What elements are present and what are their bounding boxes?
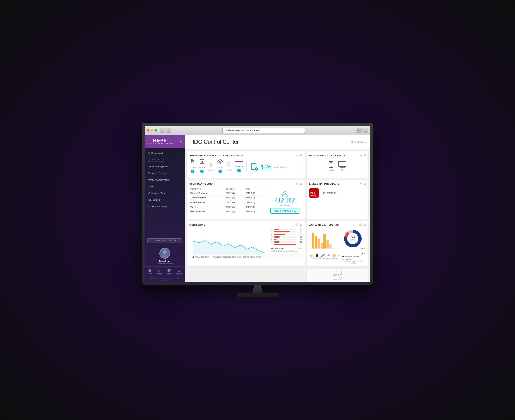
monitor-stand [142, 285, 373, 297]
edit-icon[interactable]: ✏ [360, 182, 362, 185]
auth-method-6-digit-pin: 6 Digit Pin ✓ [235, 159, 243, 172]
svg-rect-50 [333, 271, 337, 275]
sidebar-item-call-centers[interactable]: Call Centers [145, 197, 185, 203]
back-button[interactable]: ‹ [160, 128, 165, 133]
add-icon[interactable]: ⊞ [364, 223, 366, 226]
face-id-check: ✓ [200, 170, 204, 173]
pin-check: ✓ [237, 169, 241, 172]
sidebar-item-partners-contractors[interactable]: Partners & Contractors [145, 177, 185, 183]
ping-logo: Ping Identity [309, 188, 319, 198]
svg-rect-39 [320, 243, 323, 249]
sidebar-item-atm-app[interactable]: ATM App [145, 183, 185, 190]
address-bar[interactable]: ⚡ HYPR — FIDO Control Center [222, 128, 305, 133]
svg-rect-42 [329, 244, 331, 249]
gear-icon: ⚙ [351, 141, 353, 143]
table-row[interactable]: Mark Kerkedze 5/4/17 (7) 5/4/17 (2) [189, 209, 265, 214]
add-icon[interactable]: ⊞ [300, 223, 302, 226]
audit-icon: 📋 [148, 269, 152, 272]
edit-icon[interactable]: ✏ [296, 154, 298, 157]
svg-text:Identity: Identity [310, 195, 316, 197]
weekly-total: 329 [298, 247, 302, 249]
svg-rect-37 [315, 236, 317, 249]
expand-icon[interactable]: ⬜ [359, 223, 362, 226]
add-icon[interactable]: ⊞ [364, 154, 366, 157]
add-widgets-icon [333, 271, 342, 281]
svg-point-16 [241, 161, 243, 162]
copyright: COPYRIGHT © 2017 HYPR CORP ALL RIGHTS RE… [145, 277, 185, 282]
support-link[interactable]: 💬 Support [166, 269, 173, 275]
svg-point-13 [237, 161, 238, 162]
svg-point-5 [201, 161, 202, 162]
donut-chart: 78% Success 11.5% 10.5% [342, 228, 366, 264]
audit-link[interactable]: 📋 Audit [148, 269, 152, 275]
sidebar-item-wealth-management[interactable]: Wealth Management [145, 163, 185, 170]
bar-chart: 👆 📱 🎤 👁 ✋ ••• Most Used Biometric Authen… [309, 228, 340, 264]
user-management-card: User Management ⬇ ⬜ ⊞ [187, 180, 305, 219]
maximize-button[interactable] [154, 129, 157, 132]
add-application-button[interactable]: + + ADD APPLICATION [147, 238, 182, 243]
table-row[interactable]: Yin Kim 5/4/17 (7) 5/4/17 (2) [189, 205, 265, 209]
hypr-logo: H▶PR FIDO CONTROL CENTER [147, 138, 173, 145]
channel-icons: Mobile [309, 159, 366, 173]
new-tab-button[interactable]: + [363, 128, 368, 133]
forward-button[interactable]: › [166, 128, 171, 133]
sidebar-item-employee-access[interactable]: Employee Access [145, 170, 185, 177]
linked-idp-card: Linked IdP Providers ✏ ⊞ [307, 180, 368, 219]
svg-point-2 [162, 255, 168, 259]
table-row[interactable]: Joshua Content 5/4/17 (7) 5/4/17 (2) [189, 196, 265, 200]
user-role: Master Administrator [156, 262, 173, 264]
traffic-lights [147, 129, 157, 132]
edit-icon[interactable]: ✏ [360, 154, 362, 157]
chart-label: Unauthorized Authentication Attempts [189, 256, 269, 258]
add-icon[interactable]: ⊞ [364, 182, 366, 185]
sidebar-item-consumer-banking[interactable]: Consumer Banking [145, 203, 185, 210]
active-users-count: 412,182 [274, 197, 295, 204]
svg-rect-52 [333, 276, 337, 279]
svg-point-23 [256, 169, 257, 170]
settings-link[interactable]: ⚙ Settings [156, 269, 162, 275]
hand-icon: ✋ [332, 254, 336, 257]
logo-subtitle: FIDO CONTROL CENTER [147, 143, 173, 145]
download-icon[interactable]: ⬇ [292, 223, 294, 226]
close-button[interactable] [147, 129, 149, 132]
svg-point-12 [235, 161, 237, 162]
active-users-label: active users [280, 204, 290, 206]
active-policies-count: 126 [261, 163, 272, 171]
auth-method-voice-id: Voice ID [208, 161, 214, 171]
monitoring-title: Monitoring [189, 224, 205, 226]
minimize-button[interactable] [151, 129, 153, 132]
add-icon[interactable]: ⊞ [300, 182, 302, 185]
add-icon[interactable]: ⊞ [300, 154, 302, 157]
expand-icon[interactable]: ⬜ [295, 182, 298, 185]
svg-point-11 [220, 161, 220, 162]
table-row[interactable]: Michael Corbanic 5/4/17 (7) 5/4/17 (2) [189, 191, 265, 196]
sidebar-item-commercial-cards[interactable]: Commercial Cards [145, 190, 185, 197]
idp-provider: Ping Identity PingFederation [309, 187, 366, 199]
share-button[interactable]: ⬆ [356, 128, 362, 133]
active-users-section: 412,182 active users VIEW & MANAGE ALL [268, 187, 302, 216]
voice-icon: 🎤 [321, 254, 325, 257]
table-row[interactable]: Robert Rodshild 5/4/17 (7) 5/4/17 (2) [189, 200, 265, 205]
browser-chrome: ‹ › ⚡ HYPR — FIDO Control Center ⬆ + [145, 126, 370, 135]
sidebar-item-dashboard[interactable]: ⊙ Dashboard [145, 150, 185, 156]
svg-rect-40 [323, 234, 326, 249]
add-widgets-card[interactable]: ADD WIDGETS [307, 268, 368, 282]
user-table: USERNAME SUCCESS FAIL Michael Corbanic [189, 187, 265, 214]
eye-id-check: ✓ [218, 170, 222, 173]
svg-point-3 [192, 161, 193, 162]
svg-point-32 [284, 191, 286, 194]
logout-link[interactable]: ⏻ Logout [176, 269, 182, 275]
view-manage-all-button[interactable]: VIEW & MANAGE ALL [270, 208, 299, 214]
sidebar-toggle[interactable]: ❮ [179, 140, 182, 143]
auth-method-eye-id: Eye ID ✓ [217, 159, 223, 173]
download-icon[interactable]: ⬇ [292, 182, 294, 185]
expand-icon[interactable]: ⬜ [295, 223, 298, 226]
svg-rect-51 [338, 271, 341, 275]
settings-icon: ⚙ [158, 269, 160, 272]
failed-attempts-chart: S 25 M 78 [271, 228, 302, 254]
sidebar: H▶PR FIDO CONTROL CENTER ❮ ⊙ Dashboard D… [145, 135, 185, 282]
auth-method-touch-id: Touch ID ✓ [189, 159, 196, 173]
channel-web: Web [338, 161, 347, 171]
app-settings-link[interactable]: ⚙ App Settings [351, 141, 366, 143]
svg-point-6 [202, 161, 203, 162]
